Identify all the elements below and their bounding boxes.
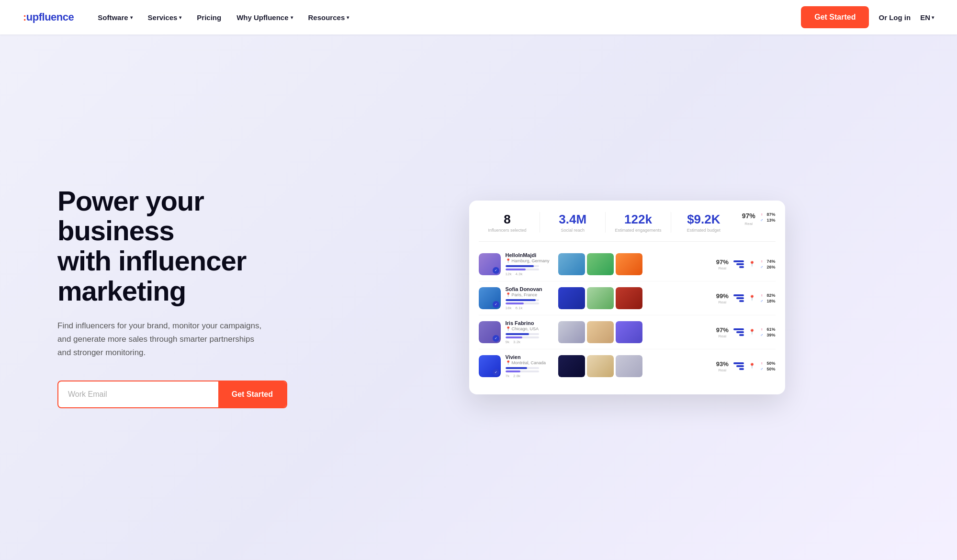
- influencer-info: Iris Fabrino 📍 Chicago, USA 9k 3.2k: [506, 320, 553, 344]
- bars-chart-icon: [733, 362, 744, 370]
- logo[interactable]: :upfluence: [23, 11, 74, 23]
- influencer-info: HelloInMajdi 📍 Hamburg, Germany 12k 4.3k: [506, 252, 553, 276]
- hero-cta-form: Get Started: [57, 381, 287, 408]
- nav-login-link[interactable]: Or Log in: [878, 13, 911, 22]
- gender-stats: ♀ 61% ♂ 39%: [760, 327, 776, 337]
- avatar: ✓: [479, 321, 501, 343]
- influencer-stats: 93% Real 📍 ♀ 50%: [716, 359, 776, 372]
- nav-services[interactable]: Services ▾: [141, 10, 189, 25]
- stat-influencers: 8 Influencers selected: [479, 212, 536, 233]
- chevron-down-icon: ▾: [130, 15, 133, 20]
- influencer-photos: [558, 355, 642, 377]
- navigation: :upfluence Software ▾ Services ▾ Pricing…: [0, 0, 957, 34]
- location-pin-icon: 📍: [506, 258, 511, 263]
- nav-software[interactable]: Software ▾: [91, 10, 139, 25]
- nav-resources[interactable]: Resources ▾: [302, 10, 356, 25]
- location-pin-icon: 📍: [506, 360, 511, 365]
- list-item: ✓ Iris Fabrino 📍 Chicago, USA: [479, 315, 776, 349]
- location-pin-icon: 📍: [506, 326, 511, 331]
- stats-row: 8 Influencers selected 3.4M Social reach…: [479, 212, 776, 242]
- influencer-photos: [558, 321, 642, 343]
- nav-why-upfluence[interactable]: Why Upfluence ▾: [230, 10, 299, 25]
- influencer-photos: [558, 253, 642, 275]
- hero-section: Power your business with influencer mark…: [0, 34, 957, 560]
- overall-gender-stat: ♀ 87% ♂ 13%: [760, 212, 776, 223]
- gender-stats: ♀ 74% ♂ 26%: [760, 259, 776, 269]
- avatar: ✓: [479, 287, 501, 309]
- bars-chart-icon: [733, 328, 744, 336]
- work-email-input[interactable]: [58, 381, 218, 407]
- hero-content: Power your business with influencer mark…: [57, 186, 306, 409]
- bars-chart-icon: [733, 294, 744, 302]
- location-pin-icon: 📍: [506, 292, 511, 297]
- nav-pricing[interactable]: Pricing: [190, 10, 228, 25]
- chevron-down-icon: ▾: [932, 15, 934, 20]
- dashboard-card: 8 Influencers selected 3.4M Social reach…: [469, 201, 785, 394]
- chevron-down-icon: ▾: [347, 15, 349, 20]
- avatar: ✓: [479, 253, 501, 275]
- chevron-down-icon: ▾: [179, 15, 181, 20]
- stat-engagements: 122k Estimated engagements: [609, 212, 667, 233]
- hero-dashboard: 8 Influencers selected 3.4M Social reach…: [335, 201, 919, 394]
- list-item: ✓ Vivien 📍 Montréal, Canada: [479, 349, 776, 383]
- nav-language-selector[interactable]: EN ▾: [920, 13, 934, 22]
- bars-chart-icon: [733, 260, 744, 268]
- influencer-photos: [558, 287, 642, 309]
- hero-subtitle: Find influencers for your brand, monitor…: [57, 319, 268, 359]
- nav-right: Get Started Or Log in EN ▾: [801, 6, 934, 28]
- nav-links: Software ▾ Services ▾ Pricing Why Upflue…: [91, 10, 801, 25]
- chevron-down-icon: ▾: [291, 15, 293, 20]
- hero-title: Power your business with influencer mark…: [57, 186, 306, 306]
- overall-real-stat: 97% Real: [742, 212, 755, 226]
- influencer-stats: 97% Real 📍 ♀ 74%: [716, 258, 776, 270]
- list-item: ✓ Sofia Donovan 📍 Paris, France: [479, 281, 776, 315]
- gender-stats: ♀ 50% ♂ 50%: [760, 361, 776, 371]
- influencer-list: ✓ HelloInMajdi 📍 Hamburg, Germany: [479, 247, 776, 383]
- avatar: ✓: [479, 355, 501, 377]
- list-item: ✓ HelloInMajdi 📍 Hamburg, Germany: [479, 247, 776, 281]
- influencer-info: Vivien 📍 Montréal, Canada 7k 2.8k: [506, 354, 553, 378]
- hero-get-started-button[interactable]: Get Started: [218, 381, 286, 407]
- nav-get-started-button[interactable]: Get Started: [801, 6, 869, 28]
- stat-social-reach: 3.4M Social reach: [544, 212, 601, 233]
- influencer-info: Sofia Donovan 📍 Paris, France 18k 6.1k: [506, 286, 553, 310]
- influencer-stats: 97% Real 📍 ♀ 61%: [716, 325, 776, 338]
- stat-budget: $9.2K Estimated budget: [675, 212, 732, 233]
- gender-stats: ♀ 82% ♂ 18%: [760, 293, 776, 303]
- influencer-stats: 99% Real 📍 ♀ 82%: [716, 291, 776, 304]
- logo-text: :upfluence: [23, 11, 74, 23]
